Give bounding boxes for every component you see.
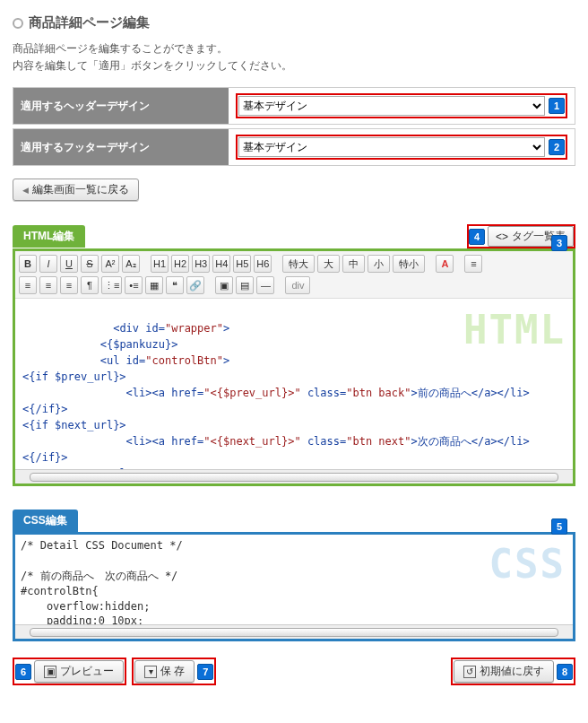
- code-icon: <>: [496, 231, 508, 243]
- media-button[interactable]: ▤: [236, 276, 254, 294]
- save-label: 保 存: [160, 664, 185, 679]
- circle-icon: [13, 18, 23, 29]
- h6-button[interactable]: H6: [254, 255, 272, 273]
- triangle-left-icon: ◀: [22, 186, 29, 195]
- size-s-button[interactable]: 小: [368, 255, 390, 273]
- html-watermark: HTML: [463, 301, 566, 360]
- subscript-button[interactable]: A₂: [122, 255, 140, 273]
- badge-3: 3: [551, 235, 567, 251]
- size-xl-button[interactable]: 特大: [282, 255, 315, 273]
- badge-8: 8: [557, 664, 573, 680]
- back-label: 編集画面一覧に戻る: [32, 182, 129, 197]
- badge-7: 7: [197, 664, 213, 680]
- align-justify-button[interactable]: ≡: [464, 255, 482, 273]
- div-button[interactable]: div: [285, 276, 310, 294]
- h4-button[interactable]: H4: [212, 255, 230, 273]
- desc-line-2: 内容を編集して「適用」ボタンをクリックしてください。: [13, 57, 575, 74]
- desc-line-1: 商品詳細ページを編集することができます。: [13, 40, 575, 57]
- superscript-button[interactable]: A²: [101, 255, 119, 273]
- badge-5: 5: [551, 518, 567, 535]
- header-design-setting: 適用するヘッダーデザイン 基本デザイン 1: [13, 87, 575, 125]
- image-button[interactable]: ▣: [215, 276, 233, 294]
- footer-design-select[interactable]: 基本デザイン: [238, 137, 545, 157]
- reset-icon: ↺: [463, 666, 476, 678]
- size-xs-button[interactable]: 特小: [393, 255, 425, 273]
- paragraph-button[interactable]: ¶: [81, 276, 99, 294]
- preview-icon: ▣: [44, 666, 56, 678]
- footer-design-setting: 適用するフッターデザイン 基本デザイン 2: [13, 128, 575, 166]
- h2-button[interactable]: H2: [171, 255, 189, 273]
- bold-button[interactable]: B: [19, 255, 37, 273]
- unordered-list-button[interactable]: •≡: [125, 276, 143, 294]
- horizontal-scrollbar[interactable]: [15, 624, 573, 639]
- css-code-textarea[interactable]: CSS/* Detail CSS Document */ /* 前の商品へ 次の…: [15, 535, 573, 624]
- save-button[interactable]: ▾ 保 存: [134, 660, 195, 683]
- align-left-button[interactable]: ≡: [19, 276, 37, 294]
- underline-button[interactable]: U: [60, 255, 78, 273]
- font-color-button[interactable]: A: [436, 255, 454, 273]
- preview-label: プレビュー: [60, 664, 114, 679]
- page-title: 商品詳細ページ編集: [13, 14, 575, 31]
- editor-toolbar: B I U S A² A₂ H1 H2 H3 H4 H5 H6 特大 大 中 小…: [15, 251, 573, 299]
- html-code-textarea[interactable]: HTML <div id="wrapper"> <{$pankuzu}> <ul…: [15, 299, 573, 469]
- save-icon: ▾: [144, 666, 157, 678]
- page-description: 商品詳細ページを編集することができます。 内容を編集して「適用」ボタンをクリック…: [13, 40, 575, 74]
- size-l-button[interactable]: 大: [317, 255, 340, 273]
- horizontal-scrollbar[interactable]: [15, 469, 573, 483]
- h1-button[interactable]: H1: [151, 255, 169, 273]
- h3-button[interactable]: H3: [192, 255, 210, 273]
- strike-button[interactable]: S: [81, 255, 99, 273]
- reset-button[interactable]: ↺ 初期値に戻す: [454, 660, 554, 683]
- align-center-button[interactable]: ≡: [39, 276, 57, 294]
- html-section-title: HTML編集: [13, 225, 85, 248]
- quote-button[interactable]: ❝: [166, 276, 184, 294]
- size-m-button[interactable]: 中: [342, 255, 365, 273]
- footer-design-label: 適用するフッターデザイン: [13, 129, 229, 165]
- css-section-title: CSS編集: [13, 510, 78, 532]
- badge-6: 6: [15, 664, 31, 680]
- html-editor: 3 B I U S A² A₂ H1 H2 H3 H4 H5 H6 特大 大 中…: [13, 248, 575, 486]
- preview-button[interactable]: ▣ プレビュー: [34, 660, 124, 683]
- header-design-select[interactable]: 基本デザイン: [238, 96, 545, 116]
- badge-1: 1: [549, 98, 565, 114]
- h5-button[interactable]: H5: [233, 255, 251, 273]
- table-button[interactable]: ▦: [145, 276, 163, 294]
- italic-button[interactable]: I: [39, 255, 57, 273]
- back-to-list-button[interactable]: ◀ 編集画面一覧に戻る: [13, 179, 139, 201]
- link-button[interactable]: 🔗: [186, 276, 204, 294]
- reset-label: 初期値に戻す: [480, 664, 544, 679]
- ordered-list-button[interactable]: ⋮≡: [101, 276, 122, 294]
- css-editor: 5 CSS/* Detail CSS Document */ /* 前の商品へ …: [13, 532, 575, 641]
- header-design-label: 適用するヘッダーデザイン: [13, 88, 229, 124]
- badge-4: 4: [469, 229, 485, 245]
- badge-2: 2: [549, 139, 565, 155]
- css-watermark: CSS: [489, 536, 566, 592]
- page-title-text: 商品詳細ページ編集: [29, 14, 150, 31]
- align-right-button[interactable]: ≡: [60, 276, 78, 294]
- hr-button[interactable]: —: [256, 276, 274, 294]
